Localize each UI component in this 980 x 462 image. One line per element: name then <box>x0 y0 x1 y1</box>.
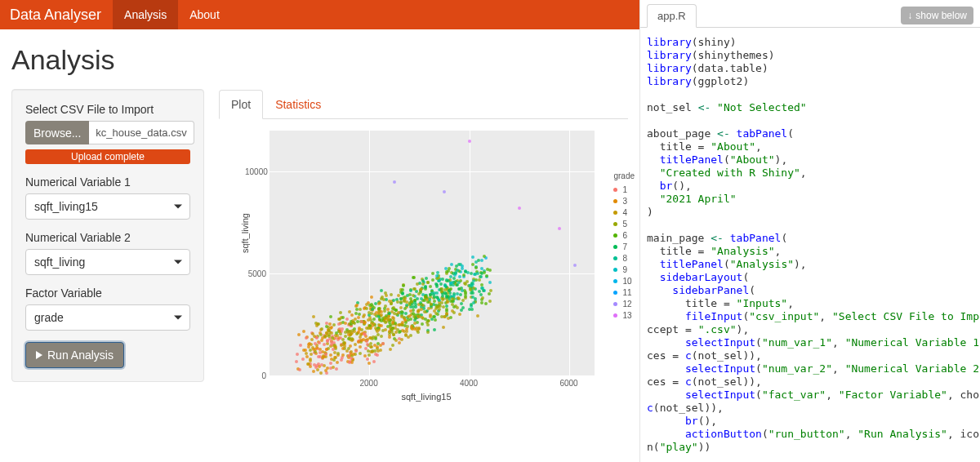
var1-select[interactable]: sqft_living15 <box>25 193 190 220</box>
tab-statistics[interactable]: Statistics <box>263 90 333 119</box>
run-analysis-button[interactable]: Run Analysis <box>25 342 124 368</box>
show-below-label: show below <box>915 10 967 21</box>
code-tab-appr[interactable]: app.R <box>647 4 697 28</box>
plot-area: sqft_living sqft_living15 200040006000 0… <box>219 119 628 413</box>
var1-label: Numerical Variable 1 <box>25 175 190 189</box>
nav-analysis[interactable]: Analysis <box>113 0 178 29</box>
page-title: Analysis <box>11 44 628 76</box>
play-icon <box>36 351 42 359</box>
fact-select[interactable]: grade <box>25 304 190 331</box>
legend-title: grade <box>613 171 635 180</box>
scatter-chart: sqft_living sqft_living15 200040006000 0… <box>238 131 614 400</box>
fact-label: Factor Variable <box>25 287 190 300</box>
navbar: Data Analyser Analysis About <box>0 0 639 29</box>
main-tabs: Plot Statistics <box>219 89 628 119</box>
upload-progress: Upload complete <box>25 149 190 164</box>
file-name-display: kc_house_data.csv <box>89 121 194 144</box>
legend: grade 1345678910111213 <box>613 171 635 321</box>
var2-select[interactable]: sqft_living <box>25 249 190 275</box>
sidebar-panel: Select CSV File to Import Browse... kc_h… <box>11 89 204 382</box>
chevron-down-icon <box>174 316 182 320</box>
nav-about[interactable]: About <box>178 0 231 29</box>
file-input-label: Select CSV File to Import <box>25 103 190 116</box>
brand[interactable]: Data Analyser <box>10 7 113 24</box>
chevron-down-icon <box>174 205 182 209</box>
run-button-label: Run Analysis <box>47 349 114 362</box>
var2-label: Numerical Variable 2 <box>25 231 190 244</box>
y-axis-label: sqft_living <box>240 213 250 253</box>
show-below-button[interactable]: ↓ show below <box>901 7 973 24</box>
tab-plot[interactable]: Plot <box>219 90 263 119</box>
chevron-down-icon <box>174 260 182 264</box>
x-axis-label: sqft_living15 <box>238 392 614 402</box>
browse-button[interactable]: Browse... <box>25 121 89 144</box>
down-arrow-icon: ↓ <box>907 10 912 21</box>
code-area[interactable]: library(shiny) library(shinythemes) libr… <box>640 28 980 462</box>
